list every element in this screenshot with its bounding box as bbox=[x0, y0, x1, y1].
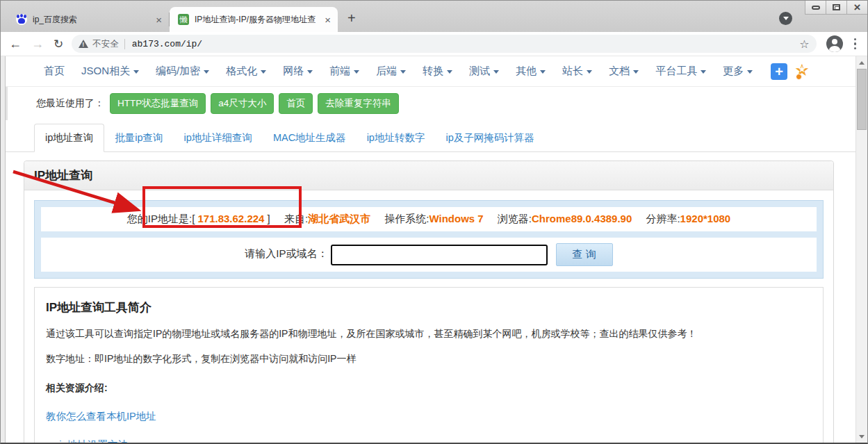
chevron-down-icon bbox=[587, 70, 592, 76]
new-tab-button[interactable]: + bbox=[347, 10, 356, 26]
tab-close-icon[interactable]: × bbox=[325, 15, 331, 25]
chevron-down-icon bbox=[354, 70, 359, 76]
ip-result-box: 您的IP地址是:[ 171.83.62.224 ] 来自:湖北省武汉市 操作系统… bbox=[34, 200, 824, 279]
baidu-favicon-icon bbox=[16, 14, 27, 25]
recently-used-bar: 您最近使用了： HTTP状态批量查询 a4尺寸大小 首页 去除重复字符串 bbox=[6, 87, 855, 120]
page-scrollbar[interactable] bbox=[855, 56, 867, 443]
query-row: 请输入IP或域名：查 询 bbox=[41, 238, 817, 272]
nav-item-more[interactable]: 更多 bbox=[714, 65, 761, 78]
back-button[interactable]: ← bbox=[9, 37, 22, 51]
tab-batch-ip[interactable]: 批量ip查询 bbox=[104, 124, 173, 151]
browser-tab-baidu[interactable]: ip_百度搜索 × bbox=[8, 7, 169, 32]
nav-item-frontend[interactable]: 前端 bbox=[321, 65, 368, 78]
chevron-down-icon bbox=[701, 70, 706, 76]
intro-paragraph-1: 通过该工具可以查询指定IP的物理地址或域名服务器的IP和物理地址，及所在国家或城… bbox=[46, 327, 812, 340]
nav-item-encode[interactable]: 编码/加密 bbox=[147, 65, 218, 78]
nav-item-docs[interactable]: 文档 bbox=[600, 65, 647, 78]
scroll-down-arrow[interactable] bbox=[856, 431, 867, 443]
recent-tool-dedupe[interactable]: 去除重复字符串 bbox=[318, 93, 399, 114]
ip-label: 您的IP地址是:[ bbox=[127, 213, 195, 224]
close-icon: × bbox=[854, 1, 861, 13]
chevron-down-icon bbox=[447, 70, 452, 76]
chevron-down-icon bbox=[747, 70, 753, 76]
link-view-local-ip[interactable]: 教你怎么查看本机IP地址 bbox=[46, 409, 812, 423]
os-segment: 操作系统:Windows 7 bbox=[384, 213, 483, 224]
window-controls: × bbox=[805, 1, 867, 15]
forward-button[interactable]: → bbox=[31, 37, 44, 51]
nav-item-convert[interactable]: 转换 bbox=[414, 65, 461, 78]
recent-tool-home[interactable]: 首页 bbox=[279, 93, 313, 114]
nav-item-home[interactable]: 首页 bbox=[35, 65, 73, 78]
tab-title: ip_百度搜索 bbox=[33, 14, 152, 26]
nav-item-network[interactable]: 网络 bbox=[275, 65, 321, 78]
chevron-down-icon bbox=[540, 70, 546, 76]
nav-item-webmaster[interactable]: 站长 bbox=[554, 65, 600, 78]
add-tool-button[interactable]: + bbox=[771, 63, 787, 80]
tab-mac-generator[interactable]: MAC地址生成器 bbox=[263, 124, 357, 151]
bookmark-star-icon[interactable]: ☆ bbox=[799, 38, 809, 51]
browser-menu-button[interactable] bbox=[851, 37, 860, 51]
link-xp-ip-setup[interactable]: xp ip地址设置方法 bbox=[46, 438, 812, 443]
query-button[interactable]: 查 询 bbox=[556, 243, 613, 266]
chevron-down-icon bbox=[400, 70, 406, 76]
nav-item-json[interactable]: JSON相关 bbox=[73, 65, 147, 78]
browser-window: ip_百度搜索 × 懒 IP地址查询-IP/服务器物理地址查 × + × ← →… bbox=[0, 0, 868, 444]
scroll-up-arrow[interactable] bbox=[856, 56, 867, 68]
reload-button[interactable]: ↻ bbox=[54, 37, 63, 51]
intro-paragraph-2: 数字地址：即IP地址的数字化形式，复制在浏览器中访问就和访问IP一样 bbox=[46, 352, 812, 365]
ip-lookup-panel: IP地址查询 您的IP地址是:[ 171.83.62.224 ] 来自:湖北省武… bbox=[24, 161, 834, 443]
browser-segment: 浏览器:Chrome89.0.4389.90 bbox=[498, 213, 632, 224]
recently-used-label: 您最近使用了： bbox=[36, 97, 104, 110]
chevron-down-icon bbox=[261, 70, 266, 76]
profile-avatar[interactable] bbox=[826, 35, 843, 52]
address-bar[interactable]: ! 不安全 ab173.com/ip/ ☆ bbox=[72, 35, 816, 53]
tab-ip-to-number[interactable]: ip地址转数字 bbox=[357, 124, 436, 151]
intro-title: IP地址查询工具简介 bbox=[46, 300, 812, 315]
not-secure-warning-icon: ! bbox=[79, 40, 88, 48]
recent-tool-a4-size[interactable]: a4尺寸大小 bbox=[211, 93, 274, 114]
ip-query-input[interactable] bbox=[331, 245, 548, 265]
nav-item-platform-tools[interactable]: 平台工具 bbox=[647, 65, 714, 78]
chevron-down-icon bbox=[633, 70, 639, 76]
tab-close-icon[interactable]: × bbox=[156, 15, 162, 25]
security-label[interactable]: 不安全 bbox=[92, 38, 119, 50]
nav-item-backend[interactable]: 后端 bbox=[368, 65, 414, 78]
tab-strip: ip_百度搜索 × 懒 IP地址查询-IP/服务器物理地址查 × + × bbox=[1, 1, 867, 32]
maximize-button[interactable] bbox=[826, 1, 846, 15]
browser-tab-ip-lookup[interactable]: 懒 IP地址查询-IP/服务器物理地址查 × bbox=[170, 7, 338, 32]
minimize-button[interactable] bbox=[805, 1, 826, 15]
chevron-down-icon bbox=[783, 17, 789, 23]
tab-subnet-calculator[interactable]: ip及子网掩码计算器 bbox=[435, 124, 544, 151]
intro-box: IP地址查询工具简介 通过该工具可以查询指定IP的物理地址或域名服务器的IP和物… bbox=[34, 287, 824, 443]
nav-item-other[interactable]: 其他 bbox=[507, 65, 554, 78]
tab-search-button[interactable] bbox=[779, 12, 792, 25]
minimize-icon bbox=[812, 6, 820, 10]
panel-title: IP地址查询 bbox=[24, 161, 833, 190]
chevron-down-icon bbox=[133, 70, 139, 76]
tab-ip-lookup[interactable]: ip地址查询 bbox=[34, 124, 104, 152]
lazy-tools-favicon-icon: 懒 bbox=[178, 14, 189, 25]
favorites-star-icon[interactable]: ★ ★ bbox=[794, 63, 814, 81]
restore-icon bbox=[833, 4, 840, 10]
triangle-up-icon bbox=[859, 58, 865, 65]
chevron-down-icon bbox=[307, 70, 313, 76]
triangle-down-icon bbox=[859, 435, 865, 441]
ip-info-row: 您的IP地址是:[ 171.83.62.224 ] 来自:湖北省武汉市 操作系统… bbox=[41, 207, 817, 231]
tab-ip-detail[interactable]: ip地址详细查询 bbox=[174, 124, 263, 151]
ip-label-close: ] bbox=[268, 213, 270, 224]
panel-body: 您的IP地址是:[ 171.83.62.224 ] 来自:湖北省武汉市 操作系统… bbox=[24, 190, 833, 443]
browser-toolbar: ← → ↻ ! 不安全 ab173.com/ip/ ☆ bbox=[1, 32, 867, 56]
query-label: 请输入IP或域名： bbox=[245, 247, 327, 259]
address-divider bbox=[124, 39, 125, 49]
chevron-down-icon bbox=[204, 70, 209, 76]
recent-tool-http-status[interactable]: HTTP状态批量查询 bbox=[110, 93, 206, 114]
nav-item-format[interactable]: 格式化 bbox=[218, 65, 275, 78]
location-segment: 来自:湖北省武汉市 bbox=[284, 213, 370, 224]
scrollbar-thumb[interactable] bbox=[857, 69, 867, 130]
url-text[interactable]: ab173.com/ip/ bbox=[132, 39, 799, 49]
close-button[interactable]: × bbox=[846, 1, 867, 15]
resources-title: 相关资源介绍: bbox=[46, 381, 812, 395]
left-window-frame bbox=[1, 56, 6, 443]
nav-item-test[interactable]: 测试 bbox=[461, 65, 507, 78]
ip-value: 171.83.62.224 bbox=[197, 213, 264, 224]
